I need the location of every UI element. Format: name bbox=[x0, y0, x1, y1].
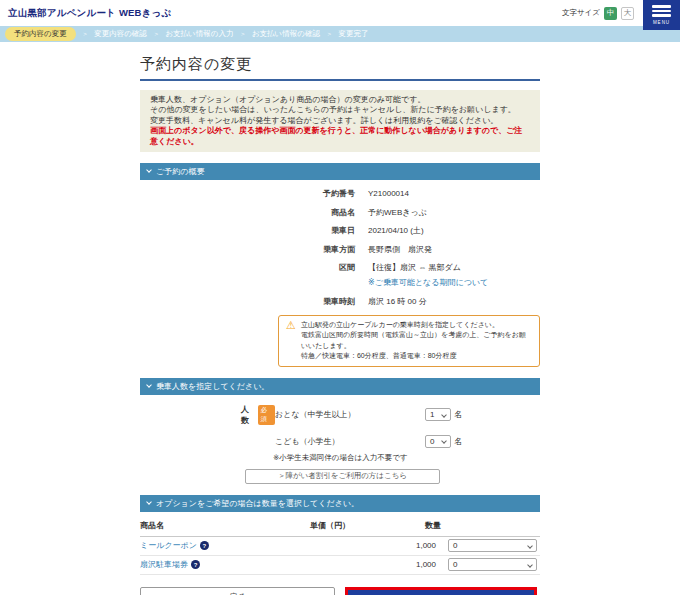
column-unit-price: 単価（円） bbox=[310, 520, 425, 531]
required-badge: 必須 bbox=[258, 405, 275, 425]
section-title: オプションをご希望の場合は数量を選択してください。 bbox=[156, 498, 359, 509]
field-row: 乗車時刻 扇沢 16 時 00 分 bbox=[140, 297, 540, 307]
menu-button-label: MENU bbox=[653, 20, 670, 25]
option-parking-ticket-link[interactable]: 扇沢駐車場券 ? bbox=[140, 559, 310, 570]
field-label: 乗車日 bbox=[140, 226, 355, 236]
annotation-highlight: ご予約内容の確認 bbox=[345, 587, 537, 595]
step-separator: ＞ bbox=[326, 30, 333, 39]
notice-line: 乗車人数、オプション（オプションあり商品の場合）の変更のみ可能です。 bbox=[150, 95, 530, 105]
parking-ticket-qty-select[interactable]: 0 bbox=[448, 558, 537, 571]
notice-line: その他の変更をしたい場合は、いったんこちらの予約はキャンセルし、新たに予約をお願… bbox=[150, 105, 530, 115]
child-count-value: 0 bbox=[430, 437, 434, 446]
step-payment-entry: お支払い情報の入力 bbox=[165, 29, 233, 39]
chevron-down-icon bbox=[146, 499, 152, 505]
menu-button[interactable]: MENU bbox=[643, 0, 680, 30]
font-size-control: 文字サイズ 中 大 bbox=[562, 7, 634, 20]
step-payment-confirm: お支払い情報の確認 bbox=[252, 29, 320, 39]
product-name: 予約WEBきっぷ bbox=[368, 208, 427, 218]
hamburger-icon bbox=[652, 5, 671, 8]
select-chevron-icon bbox=[441, 438, 447, 444]
action-buttons: 戻る ご予約内容の確認 bbox=[140, 587, 540, 595]
boarding-period-link[interactable]: ※ご乗車可能となる期間について bbox=[368, 277, 540, 288]
step-complete: 変更完了 bbox=[338, 29, 368, 39]
adult-count-value: 1 bbox=[430, 410, 434, 419]
help-icon[interactable]: ? bbox=[191, 560, 200, 569]
page-title: 予約内容の変更 bbox=[140, 55, 540, 81]
options-table-header: 商品名 単価（円） 数量 bbox=[140, 520, 540, 537]
preschool-note: ※小学生未満同伴の場合は入力不要です bbox=[273, 453, 540, 463]
meal-coupon-qty-select[interactable]: 0 bbox=[448, 539, 537, 552]
chevron-down-icon bbox=[146, 382, 152, 388]
boarding-direction: 長野県側 扇沢発 bbox=[368, 245, 432, 255]
section-reservation-summary[interactable]: ご予約の概要 bbox=[140, 163, 540, 180]
options-table: 商品名 単価（円） 数量 ミールクーポン ? 1,000 0 扇沢駐車場券 ? … bbox=[140, 520, 540, 575]
table-row: ミールクーポン ? 1,000 0 bbox=[140, 537, 540, 556]
qty-value: 0 bbox=[453, 541, 457, 550]
column-product-name: 商品名 bbox=[140, 520, 310, 531]
select-chevron-icon bbox=[527, 543, 533, 549]
site-logo[interactable]: 立山黒部アルペンルート WEBきっぷ bbox=[8, 7, 171, 20]
child-label: こども（小学生） bbox=[275, 436, 425, 447]
font-size-label: 文字サイズ bbox=[562, 8, 600, 18]
option-price: 1,000 bbox=[310, 560, 436, 569]
chevron-down-icon bbox=[146, 168, 152, 174]
child-count-row: こども（小学生） 0 名 bbox=[140, 435, 540, 448]
field-row: 予約番号 Y21000014 bbox=[140, 189, 540, 199]
table-row: 扇沢駐車場券 ? 1,000 0 bbox=[140, 556, 540, 575]
section-title: ご予約の概要 bbox=[156, 166, 204, 177]
alert-line: 電鉄富山区間の所要時間（電鉄富山～立山）を考慮の上、ご予約をお願いいたします。 bbox=[301, 330, 532, 351]
step-separator: ＞ bbox=[239, 30, 246, 39]
field-label: 予約番号 bbox=[140, 189, 355, 199]
cablecar-alert-box: ⚠ 立山駅発の立山ケーブルカーの乗車時刻を指定してください。 電鉄富山区間の所要… bbox=[278, 315, 540, 367]
font-size-medium-button[interactable]: 中 bbox=[604, 7, 617, 20]
step-separator: ＞ bbox=[153, 30, 160, 39]
option-meal-coupon-link[interactable]: ミールクーポン ? bbox=[140, 540, 310, 551]
section-passenger-count[interactable]: 乗車人数を指定してください。 bbox=[140, 378, 540, 395]
notice-warning-line: 画面上のボタン以外で、戻る操作や画面の更新を行うと、正常に動作しない場合がありま… bbox=[150, 126, 530, 147]
adult-count-row: 人数 必須 おとな（中学生以上） 1 名 bbox=[140, 404, 540, 426]
field-row: 区間 【往復】扇沢 ⇔ 黒部ダム bbox=[140, 263, 540, 273]
field-label: 商品名 bbox=[140, 208, 355, 218]
route-section: 【往復】扇沢 ⇔ 黒部ダム bbox=[368, 263, 461, 273]
notice-box: 乗車人数、オプション（オプションあり商品の場合）の変更のみ可能です。 その他の変… bbox=[140, 90, 540, 152]
adult-count-select[interactable]: 1 bbox=[425, 408, 451, 421]
help-icon[interactable]: ? bbox=[200, 541, 209, 550]
field-row: 商品名 予約WEBきっぷ bbox=[140, 208, 540, 218]
disability-discount-button[interactable]: ＞障がい者割引をご利用の方はこちら bbox=[245, 469, 440, 484]
alert-line: 特急／快速電車：60分程度、普通電車：80分程度 bbox=[301, 351, 532, 362]
reservation-number: Y21000014 bbox=[368, 189, 409, 199]
step-confirm-changes: 変更内容の確認 bbox=[94, 29, 147, 39]
boarding-date: 2021/04/10 (土) bbox=[368, 226, 424, 236]
qty-value: 0 bbox=[453, 560, 457, 569]
child-count-select[interactable]: 0 bbox=[425, 435, 451, 448]
column-quantity: 数量 bbox=[425, 520, 441, 531]
section-title: 乗車人数を指定してください。 bbox=[156, 381, 269, 392]
back-button[interactable]: 戻る bbox=[140, 587, 335, 595]
field-row: 乗車日 2021/04/10 (土) bbox=[140, 226, 540, 236]
section-options[interactable]: オプションをご希望の場合は数量を選択してください。 bbox=[140, 495, 540, 512]
unit-label: 名 bbox=[454, 409, 462, 420]
field-label: 乗車方面 bbox=[140, 245, 355, 255]
adult-label: おとな（中学生以上） bbox=[275, 409, 425, 420]
field-label: 区間 bbox=[140, 263, 355, 273]
unit-label: 名 bbox=[454, 436, 462, 447]
count-label: 人数 bbox=[241, 404, 256, 426]
select-chevron-icon bbox=[441, 412, 447, 418]
boarding-time: 扇沢 16 時 00 分 bbox=[368, 297, 427, 307]
warning-icon: ⚠ bbox=[286, 320, 296, 362]
field-row: 乗車方面 長野県側 扇沢発 bbox=[140, 245, 540, 255]
progress-steps: 予約内容の変更 ＞ 変更内容の確認 ＞ お支払い情報の入力 ＞ お支払い情報の確… bbox=[0, 26, 680, 42]
step-separator: ＞ bbox=[82, 30, 89, 39]
confirm-reservation-button[interactable]: ご予約内容の確認 bbox=[348, 590, 534, 595]
step-change-reservation: 予約内容の変更 bbox=[5, 27, 76, 41]
notice-line: 変更手数料、キャンセル料が発生する場合がございます。詳しくは利用規約をご確認くだ… bbox=[150, 116, 530, 126]
site-header: 立山黒部アルペンルート WEBきっぷ 文字サイズ 中 大 bbox=[0, 0, 680, 26]
option-price: 1,000 bbox=[310, 541, 436, 550]
font-size-large-button[interactable]: 大 bbox=[621, 7, 634, 20]
field-label: 乗車時刻 bbox=[140, 297, 355, 307]
select-chevron-icon bbox=[527, 562, 533, 568]
alert-line: 立山駅発の立山ケーブルカーの乗車時刻を指定してください。 bbox=[301, 320, 532, 331]
